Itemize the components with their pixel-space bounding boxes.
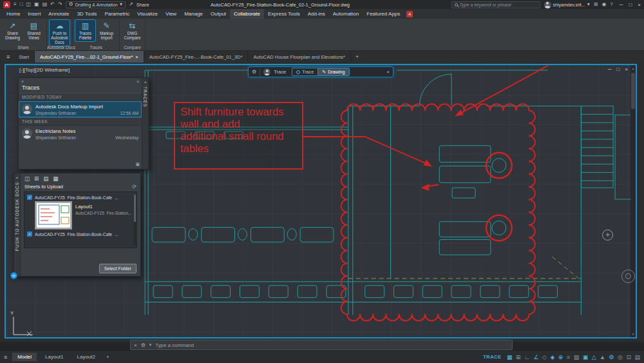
redo-icon[interactable]: ↷ <box>58 1 62 8</box>
traces-palette-titlebar[interactable]: « TRACES <box>142 78 149 169</box>
markup-circle-1[interactable] <box>486 153 512 179</box>
object-snap-icon[interactable]: ◈ <box>550 354 554 360</box>
sheet-checkbox[interactable]: ✓ <box>27 195 32 200</box>
help-icon[interactable]: ? <box>610 1 612 8</box>
sheet-file-row[interactable]: ✓ AutoCAD-FY25_Fire-Station-Book-Cafe_..… <box>27 231 134 237</box>
trace-item-electricians-notes[interactable]: Electricians Notes Shiyamdev Sritharan W… <box>19 126 142 142</box>
app-menu-icon[interactable]: ≡ <box>14 1 17 8</box>
markup-circle-2[interactable] <box>486 215 512 241</box>
remove-sheets-icon[interactable]: ▤ <box>43 175 48 182</box>
open-file-icon[interactable]: ◫ <box>26 1 32 8</box>
layout2-tab[interactable]: Layout2 <box>72 353 100 361</box>
clean-screen-icon[interactable]: ▤ <box>634 354 640 360</box>
new-layout-button[interactable]: + <box>104 354 112 360</box>
share-drawing-button[interactable]: ↗ Share Drawing <box>3 20 23 41</box>
quick-properties-icon[interactable]: ⊡ <box>626 354 631 360</box>
maximize-button[interactable]: □ <box>629 2 632 8</box>
add-sheets-icon[interactable]: ⊞ <box>34 175 39 182</box>
vertical-scrollbar[interactable]: ▴ ▾ <box>630 65 636 337</box>
select-folder-button[interactable]: Select Folder <box>99 264 137 273</box>
model-tab[interactable]: Model <box>12 353 37 361</box>
sheet-file-row[interactable]: ✓ AutoCAD-FY25_Fire-Station-Book-Cafe_..… <box>27 195 134 200</box>
tab-insert[interactable]: Insert <box>24 9 44 19</box>
polar-tracking-icon[interactable]: ∠ <box>533 354 538 360</box>
undo-icon[interactable]: ↶ <box>50 1 55 8</box>
push-palette-titlebar[interactable]: « PUSH TO AUTODESK DOCS <box>14 173 21 276</box>
isodraft-icon[interactable]: ◇ <box>542 354 547 360</box>
tab-annotate[interactable]: Annotate <box>44 9 73 19</box>
command-input[interactable]: Type a command <box>155 342 509 348</box>
tab-3d-tools[interactable]: 3D Tools <box>73 9 100 19</box>
scroll-up-icon[interactable]: ▴ <box>630 66 636 70</box>
revision-cloud[interactable] <box>341 104 535 320</box>
close-button[interactable]: × <box>638 2 641 8</box>
new-tab-button[interactable]: + <box>351 51 363 63</box>
window-minimize-icon[interactable]: ─ <box>608 66 612 72</box>
scroll-down-icon[interactable]: ▾ <box>630 332 636 336</box>
trace-close-icon[interactable]: × <box>386 69 390 75</box>
window-close-icon[interactable]: × <box>625 66 628 72</box>
markup-import-button[interactable]: ✎ Markup Import <box>97 20 117 41</box>
tab-collaborate[interactable]: Collaborate <box>230 9 264 19</box>
sheet-list-scrollbar[interactable] <box>134 195 136 245</box>
tab-featured-apps[interactable]: Featured Apps <box>363 9 404 19</box>
markup-long-arrow[interactable] <box>456 66 547 115</box>
tab-add-ins[interactable]: Add-ins <box>304 9 329 19</box>
trace-settings-gear-icon[interactable]: ⚙ <box>252 69 256 75</box>
trace-markup[interactable] <box>302 66 547 320</box>
palette-properties-icon[interactable]: ▣ <box>135 162 140 167</box>
recent-commands-icon[interactable]: ▾ <box>149 342 152 348</box>
file-tab-3d[interactable]: AutoCAD-FY25_Fire-...-Book-Cafe_01_3D* <box>144 51 249 63</box>
markup-leader-line[interactable] <box>302 137 429 165</box>
window-restore-icon[interactable]: □ <box>616 66 620 72</box>
tab-home[interactable]: Home <box>3 9 24 19</box>
palette-collapse-icon[interactable]: « <box>144 80 146 84</box>
status-menu-icon[interactable]: ≡ <box>4 354 7 360</box>
dwg-compare-button[interactable]: ⇆ DWG Compare <box>122 20 142 41</box>
annotation-monitor-icon[interactable]: ◎ <box>618 354 623 360</box>
sheet-thumbnail-row[interactable]: Layout1 AutoCAD-FY25_Fire-Station... <box>35 201 134 230</box>
autoscale-icon[interactable]: ▲ <box>600 354 605 360</box>
tab-automation[interactable]: Automation <box>329 9 363 19</box>
featured-app-icon[interactable]: A <box>406 11 413 17</box>
search-input[interactable]: Type a keyword or phrase <box>451 1 540 8</box>
tab-output[interactable]: Output <box>207 9 230 19</box>
palette-collapse-icon[interactable]: « <box>21 79 24 84</box>
scrollbar-thumb[interactable] <box>631 73 635 109</box>
refresh-icon[interactable]: ⟳ <box>132 184 137 190</box>
minimize-button[interactable]: ─ <box>620 2 623 8</box>
file-tab-house-floorplan[interactable]: AutoCAD House Floorplan and Elevations* <box>248 51 351 63</box>
tab-manage[interactable]: Manage <box>180 9 207 19</box>
model-viewport[interactable]: Y [-][Top][2D Wireframe] ─ □ × <box>5 64 637 338</box>
selection-cycling-icon[interactable]: ▣ <box>583 354 589 360</box>
customize-wrench-icon[interactable]: ⚙ <box>141 342 146 348</box>
sheet-set-icon[interactable]: ◫ <box>24 175 30 182</box>
markup-note-box[interactable]: Shift furniture towards wall and add add… <box>174 102 303 170</box>
new-file-icon[interactable]: □ <box>20 1 23 8</box>
trace-item-markup-import[interactable]: Autodesk Docs Markup Import Shiyamdev Sr… <box>19 101 142 117</box>
autocad-logo[interactable]: A <box>3 1 10 8</box>
trace-mode-button[interactable]: Trace <box>292 68 317 75</box>
layout1-tab[interactable]: Layout1 <box>40 353 68 361</box>
command-close-icon[interactable]: × <box>134 342 137 348</box>
steering-wheel-icon[interactable]: ✛ <box>602 230 613 240</box>
lineweight-icon[interactable]: ≡ <box>567 354 570 360</box>
tab-visualize[interactable]: Visualize <box>133 9 162 19</box>
navigation-compass-icon[interactable] <box>621 270 635 283</box>
file-tab-start[interactable]: Start <box>14 51 35 63</box>
tab-view[interactable]: View <box>162 9 180 19</box>
ortho-icon[interactable]: ∟ <box>524 354 530 360</box>
drawing-mode-button[interactable]: ✎ Drawing <box>317 68 348 75</box>
push-to-autodesk-docs-button[interactable]: ☁ Push to Autodesk Docs <box>50 20 70 46</box>
transparency-icon[interactable]: ▨ <box>574 354 580 360</box>
sheet-checkbox[interactable]: ✓ <box>27 231 32 237</box>
save-icon[interactable]: ▣ <box>34 1 39 8</box>
view-mode-icon[interactable]: ▦ <box>53 175 58 182</box>
viewport-controls[interactable]: [-][Top][2D Wireframe] <box>19 67 70 73</box>
file-tab-ground-floor[interactable]: AutoCAD-FY25_Fire-...02-1_Ground-Floor* … <box>35 51 144 63</box>
tab-parametric[interactable]: Parametric <box>100 9 133 19</box>
layout-thumbnail[interactable] <box>35 201 72 230</box>
plot-icon[interactable]: ▤ <box>43 1 48 8</box>
snap-tracking-icon[interactable]: ⊕ <box>558 354 564 360</box>
file-tabs-menu-icon[interactable]: ≡ <box>3 51 14 63</box>
